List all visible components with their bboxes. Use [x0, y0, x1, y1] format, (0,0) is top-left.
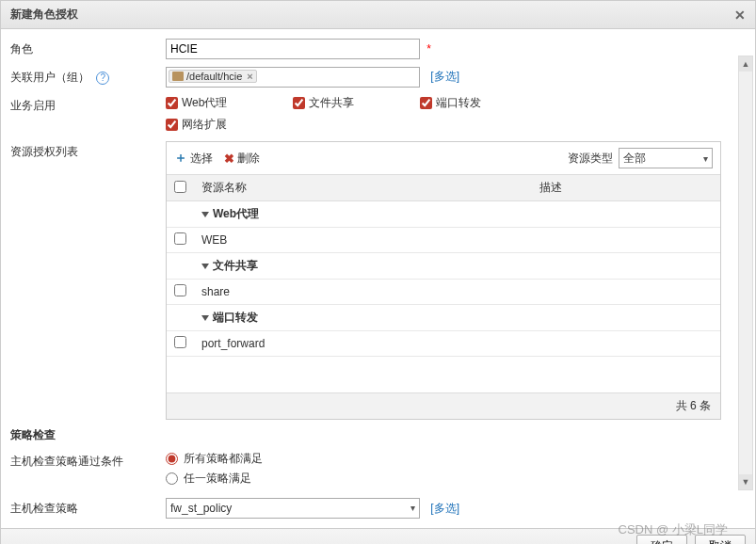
close-icon[interactable]: ✕: [734, 8, 746, 23]
scroll-up-icon[interactable]: ▲: [739, 56, 752, 72]
resource-table: 资源名称 描述 Web代理 WEB 文件共享 share 端口转发 port_f…: [167, 174, 720, 392]
label-biz-enable: 业务启用: [10, 95, 166, 114]
ok-button[interactable]: 确定: [636, 535, 687, 545]
chevron-down-icon: ▾: [410, 503, 415, 513]
row-checkbox[interactable]: [174, 232, 186, 245]
resource-panel: ＋选择 ✖删除 资源类型 全部▾ 资源名称: [166, 141, 721, 420]
label-resource-list: 资源授权列表: [10, 141, 166, 160]
cancel-button[interactable]: 取消: [695, 535, 746, 545]
dialog-body: 角色 * 关联用户（组） ? /default/hcie ×: [1, 29, 755, 528]
button-bar: 确定 取消 CSDN @ 小梁L同学: [1, 528, 755, 545]
titlebar: 新建角色授权 ✕: [1, 1, 755, 29]
res-type-select[interactable]: 全部▾: [619, 148, 713, 168]
radio-all[interactable]: 所有策略都满足: [166, 451, 746, 467]
dialog: 新建角色授权 ✕ 角色 * 关联用户（组） ? /default/hcie: [0, 0, 756, 544]
select-button[interactable]: ＋选择: [174, 150, 213, 167]
label-role: 角色: [10, 39, 166, 57]
tag-remove-icon[interactable]: ×: [247, 71, 252, 82]
table-group-row: 端口转发: [167, 305, 720, 331]
row-checkbox[interactable]: [174, 284, 186, 296]
help-icon[interactable]: ?: [96, 72, 109, 85]
label-host-check-cond: 主机检查策略通过条件: [10, 451, 166, 470]
chevron-down-icon: ▾: [703, 153, 708, 164]
cb-file-share[interactable]: 文件共享: [293, 95, 354, 111]
expand-icon[interactable]: [201, 212, 209, 217]
cb-net-ext[interactable]: 网络扩展: [166, 117, 227, 133]
policy-more-link[interactable]: [多选]: [430, 502, 459, 515]
scrollbar[interactable]: ▲ ▼: [738, 56, 753, 490]
table-row: WEB: [167, 228, 720, 253]
col-header-desc: 描述: [532, 175, 720, 201]
section-policy-check: 策略检查: [10, 427, 746, 443]
delete-button[interactable]: ✖删除: [224, 151, 260, 167]
dialog-title: 新建角色授权: [10, 7, 78, 23]
user-group-tag: /default/hcie ×: [169, 70, 257, 83]
table-footer: 共 6 条: [167, 392, 720, 419]
host-check-policy-select[interactable]: fw_st_policy▾: [166, 498, 420, 519]
table-group-row: Web代理: [167, 201, 720, 228]
expand-icon[interactable]: [201, 315, 209, 321]
label-user-group: 关联用户（组） ?: [10, 67, 166, 86]
delete-icon: ✖: [224, 152, 234, 166]
table-row: share: [167, 280, 720, 305]
user-icon: [172, 72, 184, 81]
cb-web-proxy[interactable]: Web代理: [166, 95, 227, 111]
label-host-check-policy: 主机检查策略: [10, 498, 166, 517]
radio-any[interactable]: 任一策略满足: [166, 471, 746, 487]
role-input[interactable]: [166, 39, 420, 59]
table-group-row: 文件共享: [167, 253, 720, 280]
scroll-down-icon[interactable]: ▼: [739, 474, 752, 489]
expand-icon[interactable]: [201, 264, 209, 269]
cb-port-fwd[interactable]: 端口转发: [420, 95, 481, 111]
row-checkbox[interactable]: [174, 336, 186, 348]
plus-icon: ＋: [174, 150, 187, 167]
user-group-tagbox[interactable]: /default/hcie ×: [166, 67, 420, 88]
res-type-label: 资源类型: [568, 151, 613, 167]
col-header-name: 资源名称: [194, 175, 532, 201]
required-icon: *: [426, 42, 431, 56]
table-header-checkbox[interactable]: [174, 181, 186, 193]
user-group-more-link[interactable]: [多选]: [430, 70, 459, 83]
table-row: port_forward: [167, 331, 720, 357]
